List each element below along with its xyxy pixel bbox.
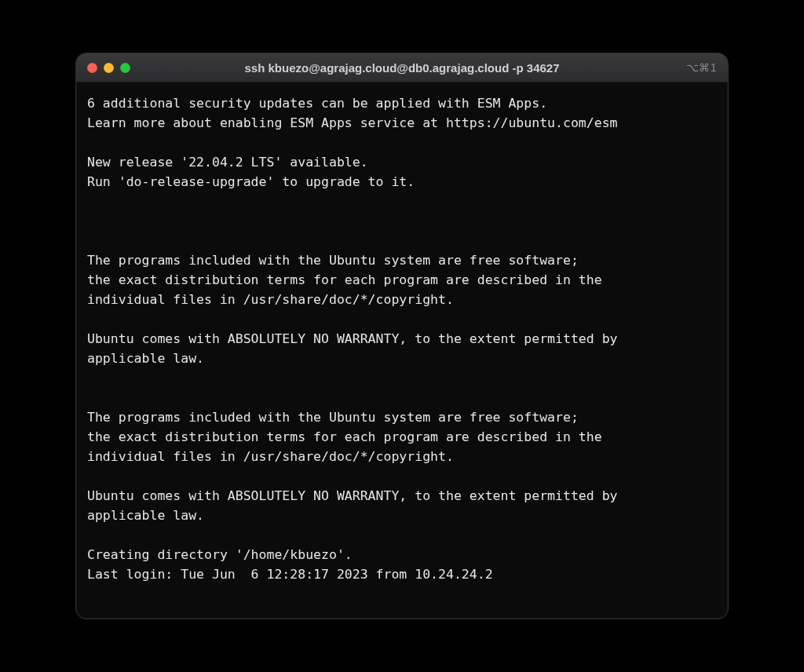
traffic-lights bbox=[87, 63, 130, 73]
maximize-icon[interactable] bbox=[120, 63, 130, 73]
minimize-icon[interactable] bbox=[104, 63, 114, 73]
window-title: ssh kbuezo@agrajag.cloud@db0.agrajag.clo… bbox=[76, 61, 728, 75]
terminal-output[interactable]: 6 additional security updates can be app… bbox=[76, 82, 728, 619]
window-shortcut-hint: ⌥⌘1 bbox=[686, 61, 717, 74]
titlebar[interactable]: ssh kbuezo@agrajag.cloud@db0.agrajag.clo… bbox=[76, 53, 728, 82]
stage: ssh kbuezo@agrajag.cloud@db0.agrajag.clo… bbox=[0, 0, 804, 672]
terminal-window: ssh kbuezo@agrajag.cloud@db0.agrajag.clo… bbox=[75, 53, 729, 619]
close-icon[interactable] bbox=[87, 63, 97, 73]
